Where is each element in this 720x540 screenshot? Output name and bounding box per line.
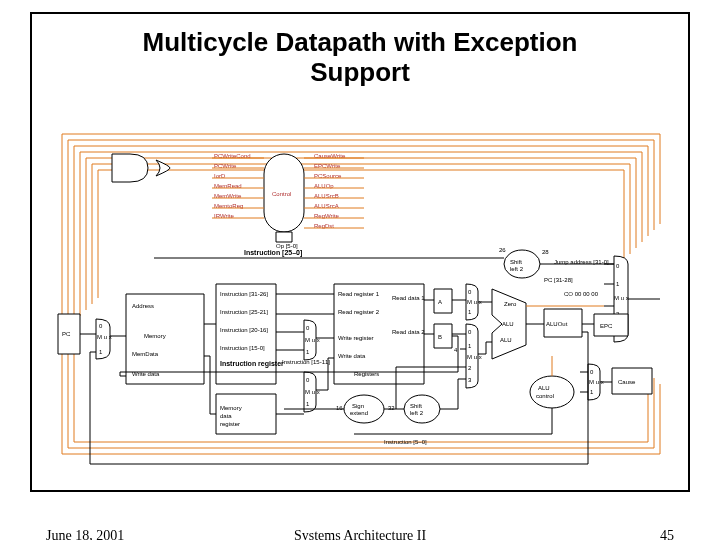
svg-text:M u x: M u x — [467, 354, 482, 360]
bus-16: 16 — [336, 405, 343, 411]
shiftl2-top: Shift — [510, 259, 522, 265]
title-line-1: Multicycle Datapath with Exception — [143, 27, 578, 57]
pc-label: PC — [62, 331, 71, 337]
ir-f1: Instruction [31-26] — [220, 291, 268, 297]
instr-5-0: Instruction [5–0] — [384, 439, 427, 445]
svg-text:left 2: left 2 — [510, 266, 524, 272]
alures-label: ALU — [500, 337, 512, 343]
control-label: Control — [272, 191, 291, 197]
ir-f5: Instruction [15-11] — [282, 359, 330, 365]
svg-text:M u x: M u x — [614, 295, 629, 301]
datapath-diagram: Control Op [5-0] PCWriteCond PCWrite Ior… — [44, 124, 678, 474]
svg-text:extend: extend — [350, 410, 368, 416]
readdata1: Read data 1 — [392, 295, 425, 301]
alu-label: ALU — [502, 321, 514, 327]
bus-32: 32 — [388, 405, 395, 411]
aluctrl-label: ALU — [538, 385, 550, 391]
const-4: 4 — [454, 347, 458, 353]
readdata2: Read data 2 — [392, 329, 425, 335]
epc-label: EPC — [600, 323, 613, 329]
pc-31-28: PC [31-28] — [544, 277, 573, 283]
footer-center: Systems Architecture II — [0, 528, 720, 540]
readreg2: Read register 2 — [338, 309, 380, 315]
memory-label: Memory — [144, 333, 166, 339]
co-const: CO 00 00 00 — [564, 291, 599, 297]
shiftl2-bottom: Shift — [410, 403, 422, 409]
ir-f2: Instruction [25-21] — [220, 309, 268, 315]
svg-point-88 — [530, 376, 574, 408]
footer-page: 45 — [660, 528, 674, 540]
svg-rect-53 — [434, 289, 452, 313]
cause-label: Cause — [618, 379, 636, 385]
ir-f3: Instruction [20-16] — [220, 327, 268, 333]
svg-text:register: register — [220, 421, 240, 427]
ir-label: Instruction register — [220, 360, 284, 368]
svg-rect-1 — [276, 232, 292, 242]
writereg: Write register — [338, 335, 374, 341]
title-line-2: Support — [310, 57, 410, 87]
a-reg: A — [438, 299, 442, 305]
svg-point-68 — [344, 395, 384, 423]
bus-26: 26 — [499, 247, 506, 253]
bus-28: 28 — [542, 249, 549, 255]
instr-25-0: Instruction [25–0] — [244, 249, 302, 257]
svg-rect-29 — [216, 284, 276, 384]
svg-text:left 2: left 2 — [410, 410, 424, 416]
slide-title: Multicycle Datapath with Exception Suppo… — [32, 28, 688, 88]
ir-f4: Instruction [15-0] — [220, 345, 265, 351]
aluout-label: ALUOut — [546, 321, 568, 327]
writedata2: Write data — [338, 353, 366, 359]
svg-text:data: data — [220, 413, 232, 419]
svg-text:M u x: M u x — [97, 334, 112, 340]
mdr-label: Memory — [220, 405, 242, 411]
svg-point-72 — [404, 395, 440, 423]
readreg1: Read register 1 — [338, 291, 380, 297]
svg-rect-54 — [434, 324, 452, 348]
zero-label: Zero — [504, 301, 517, 307]
address-label: Address — [132, 303, 154, 309]
svg-text:control: control — [536, 393, 554, 399]
signext-label: Sign — [352, 403, 364, 409]
b-reg: B — [438, 334, 442, 340]
memdata-label: MemData — [132, 351, 159, 357]
